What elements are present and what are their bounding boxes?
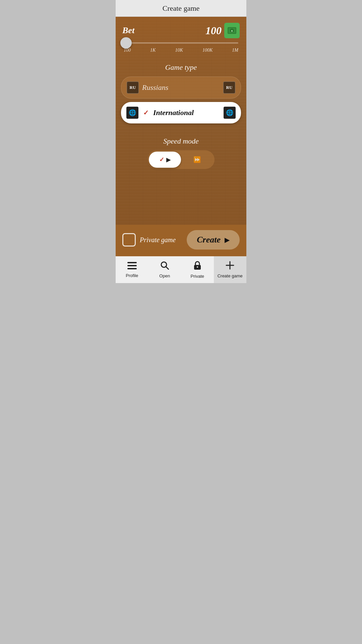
nav-label-profile: Profile	[126, 273, 138, 278]
svg-rect-6	[127, 265, 137, 266]
international-icon-left: 🌐	[126, 107, 138, 119]
speed-normal-check: ✓	[159, 156, 164, 163]
create-button-label: Create	[197, 235, 221, 245]
slider-label-1k: 1K	[150, 48, 156, 53]
svg-rect-5	[127, 262, 137, 263]
speed-fast[interactable]: ⏩	[181, 152, 213, 168]
russians-label: Russians	[142, 83, 168, 92]
speed-normal-icon: ▶	[166, 156, 171, 163]
main-scroll: Bet 100 $	[116, 17, 246, 256]
bottom-action-bar: Private game Create ▶	[116, 225, 246, 256]
bottom-nav: Profile Open Private	[116, 256, 246, 283]
slider-labels: 100 1K 10K 100K 1M	[124, 48, 238, 53]
speed-mode-title: Speed mode	[121, 137, 241, 146]
nav-label-private: Private	[191, 274, 204, 279]
private-checkbox[interactable]	[122, 233, 136, 247]
slider-label-10k: 10K	[175, 48, 183, 53]
svg-line-9	[166, 267, 169, 269]
search-icon	[160, 261, 169, 272]
bet-amount-wrapper: 100 $	[205, 23, 240, 38]
russians-icon: RU	[127, 82, 139, 94]
speed-mode-section: Speed mode ✓ ▶ ⏩	[116, 130, 246, 172]
page-title: Create game	[163, 4, 200, 13]
nav-item-create-game[interactable]: Create game	[214, 256, 247, 283]
bet-amount: 100	[205, 24, 222, 37]
international-check: ✓	[142, 109, 150, 117]
private-label: Private game	[140, 236, 176, 244]
bet-slider-container: 100 1K 10K 100K 1M	[122, 42, 240, 53]
international-label: International	[153, 108, 194, 117]
russians-left: RU Russians	[127, 82, 168, 94]
lock-icon	[193, 261, 201, 272]
create-button[interactable]: Create ▶	[187, 230, 240, 250]
nav-label-create-game: Create game	[218, 273, 243, 278]
svg-rect-7	[127, 268, 137, 269]
menu-icon	[127, 261, 137, 272]
speed-toggle: ✓ ▶ ⏩	[147, 150, 215, 169]
bet-header: Bet 100 $	[122, 23, 240, 38]
nav-label-open: Open	[159, 273, 170, 278]
slider-thumb[interactable]	[120, 37, 132, 49]
international-left: 🌐 ✓ International	[126, 107, 194, 119]
main-content: Bet 100 $	[116, 17, 246, 256]
speed-normal[interactable]: ✓ ▶	[149, 152, 181, 168]
app-wrapper: Create game Bet 100	[116, 0, 246, 283]
international-icon-right: 🌐	[224, 107, 236, 119]
slider-track	[124, 42, 238, 44]
game-type-russians[interactable]: RU Russians RU	[121, 76, 241, 99]
slider-label-100k: 100K	[202, 48, 213, 53]
game-type-title: Game type	[121, 63, 241, 72]
game-type-international[interactable]: 🌐 ✓ International 🌐	[121, 102, 241, 123]
create-play-icon: ▶	[225, 236, 230, 244]
money-icon: $	[224, 23, 240, 38]
speed-fast-icon: ⏩	[193, 156, 201, 163]
nav-item-open[interactable]: Open	[148, 256, 181, 283]
slider-label-1m: 1M	[232, 48, 238, 53]
svg-point-11	[197, 266, 198, 268]
bet-label: Bet	[122, 25, 134, 36]
plus-icon	[226, 261, 234, 272]
nav-item-private[interactable]: Private	[181, 256, 214, 283]
russians-icon-right: RU	[223, 82, 235, 94]
svg-text:$: $	[231, 30, 233, 33]
header: Create game	[116, 0, 246, 17]
game-type-section: Game type RU Russians RU 🌐 ✓ Internation…	[116, 56, 246, 130]
nav-item-profile[interactable]: Profile	[116, 256, 148, 283]
private-game-wrapper: Private game	[122, 233, 176, 247]
bet-section: Bet 100 $	[116, 17, 246, 56]
